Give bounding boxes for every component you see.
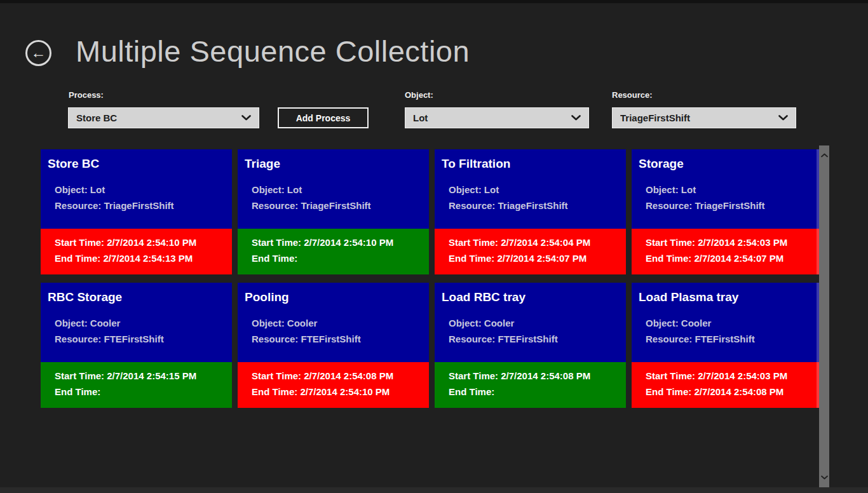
card-end-time: End Time:	[435, 384, 626, 400]
process-card-load-rbc-tray[interactable]: Load RBC tray Object: Cooler Resource: F…	[435, 283, 626, 408]
card-resource: Resource: TriageFirstShift	[435, 198, 626, 213]
chevron-down-icon	[241, 115, 251, 121]
process-card-pooling[interactable]: Pooling Object: Cooler Resource: FTEFirs…	[238, 283, 429, 408]
card-header: Storage Object: Lot Resource: TriageFirs…	[632, 149, 823, 229]
card-header: To Filtration Object: Lot Resource: Tria…	[435, 149, 626, 229]
object-label: Object:	[405, 90, 433, 100]
card-title: To Filtration	[435, 149, 626, 171]
card-title: Store BC	[41, 149, 232, 171]
card-start-time: Start Time: 2/7/2014 2:54:03 PM	[632, 368, 823, 384]
card-time-panel: Start Time: 2/7/2014 2:54:03 PM End Time…	[632, 229, 823, 274]
resource-label: Resource:	[612, 90, 653, 100]
card-time-panel: Start Time: 2/7/2014 2:54:08 PM End Time…	[238, 362, 429, 408]
card-time-panel: Start Time: 2/7/2014 2:54:04 PM End Time…	[435, 229, 626, 274]
process-card-rbc-storage[interactable]: RBC Storage Object: Cooler Resource: FTE…	[41, 283, 232, 408]
card-end-time: End Time: 2/7/2014 2:54:07 PM	[435, 250, 626, 266]
chevron-down-icon	[778, 115, 788, 121]
card-end-time: End Time: 2/7/2014 2:54:07 PM	[632, 250, 823, 266]
window-top-edge	[0, 0, 868, 3]
process-dropdown[interactable]: Store BC	[68, 107, 259, 128]
scroll-down-icon[interactable]	[821, 475, 828, 480]
scroll-up-icon[interactable]	[821, 153, 828, 158]
card-end-time: End Time:	[41, 384, 232, 400]
resource-dropdown[interactable]: TriageFirstShift	[612, 107, 796, 128]
card-title: Load Plasma tray	[632, 283, 823, 304]
process-card-store-bc[interactable]: Store BC Object: Lot Resource: TriageFir…	[41, 149, 232, 274]
vertical-scrollbar[interactable]	[819, 145, 829, 487]
arrow-left-icon: ←	[31, 45, 46, 60]
card-resource: Resource: TriageFirstShift	[41, 198, 232, 213]
card-start-time: Start Time: 2/7/2014 2:54:10 PM	[238, 234, 429, 250]
card-object: Object: Lot	[238, 182, 429, 198]
card-time-panel: Start Time: 2/7/2014 2:54:15 PM End Time…	[41, 362, 232, 408]
card-time-panel: Start Time: 2/7/2014 2:54:10 PM End Time…	[41, 229, 232, 274]
card-header: Load Plasma tray Object: Cooler Resource…	[632, 283, 823, 362]
process-card-load-plasma-tray[interactable]: Load Plasma tray Object: Cooler Resource…	[632, 283, 823, 408]
card-resource: Resource: FTEFirstShift	[238, 331, 429, 347]
card-resource: Resource: TriageFirstShift	[632, 198, 823, 213]
card-start-time: Start Time: 2/7/2014 2:54:10 PM	[41, 234, 232, 250]
process-card-grid: Store BC Object: Lot Resource: TriageFir…	[41, 149, 823, 408]
card-header: RBC Storage Object: Cooler Resource: FTE…	[41, 283, 232, 362]
resource-dropdown-value: TriageFirstShift	[620, 112, 773, 123]
process-card-triage[interactable]: Triage Object: Lot Resource: TriageFirst…	[238, 149, 429, 274]
card-header: Pooling Object: Cooler Resource: FTEFirs…	[238, 283, 429, 362]
process-card-to-filtration[interactable]: To Filtration Object: Lot Resource: Tria…	[435, 149, 626, 274]
card-end-time: End Time: 2/7/2014 2:54:08 PM	[632, 384, 823, 400]
card-end-time: End Time: 2/7/2014 2:54:10 PM	[238, 384, 429, 400]
object-dropdown[interactable]: Lot	[405, 107, 589, 128]
card-object: Object: Cooler	[238, 315, 429, 331]
card-title: Pooling	[238, 283, 429, 304]
card-object: Object: Lot	[41, 182, 232, 198]
card-time-panel: Start Time: 2/7/2014 2:54:08 PM End Time…	[435, 362, 626, 408]
page-title: Multiple Sequence Collection	[76, 34, 470, 69]
card-start-time: Start Time: 2/7/2014 2:54:03 PM	[632, 234, 823, 250]
card-start-time: Start Time: 2/7/2014 2:54:15 PM	[41, 368, 232, 384]
card-header: Store BC Object: Lot Resource: TriageFir…	[41, 149, 232, 229]
process-label: Process:	[69, 90, 104, 100]
card-start-time: Start Time: 2/7/2014 2:54:08 PM	[238, 368, 429, 384]
card-resource: Resource: TriageFirstShift	[238, 198, 429, 213]
card-header: Load RBC tray Object: Cooler Resource: F…	[435, 283, 626, 362]
card-resource: Resource: FTEFirstShift	[435, 331, 626, 347]
card-object: Object: Cooler	[632, 315, 823, 331]
card-object: Object: Cooler	[435, 315, 626, 331]
card-object: Object: Lot	[435, 182, 626, 198]
chevron-down-icon	[571, 115, 581, 121]
card-title: Load RBC tray	[435, 283, 626, 304]
card-title: Storage	[632, 149, 823, 171]
card-end-time: End Time: 2/7/2014 2:54:13 PM	[41, 250, 232, 266]
card-time-panel: Start Time: 2/7/2014 2:54:10 PM End Time…	[238, 229, 429, 274]
back-button[interactable]: ←	[25, 40, 51, 66]
card-end-time: End Time:	[238, 250, 429, 266]
card-start-time: Start Time: 2/7/2014 2:54:08 PM	[435, 368, 626, 384]
object-dropdown-value: Lot	[413, 112, 566, 123]
card-object: Object: Lot	[632, 182, 823, 198]
process-card-storage[interactable]: Storage Object: Lot Resource: TriageFirs…	[632, 149, 823, 274]
card-start-time: Start Time: 2/7/2014 2:54:04 PM	[435, 234, 626, 250]
card-header: Triage Object: Lot Resource: TriageFirst…	[238, 149, 429, 229]
card-resource: Resource: FTEFirstShift	[41, 331, 232, 347]
process-dropdown-value: Store BC	[76, 112, 236, 123]
card-title: RBC Storage	[41, 283, 232, 304]
card-resource: Resource: FTEFirstShift	[632, 331, 823, 347]
card-time-panel: Start Time: 2/7/2014 2:54:03 PM End Time…	[632, 362, 823, 408]
card-object: Object: Cooler	[41, 315, 232, 331]
window-bottom-edge	[0, 487, 868, 493]
card-title: Triage	[238, 149, 429, 171]
add-process-button[interactable]: Add Process	[278, 107, 369, 128]
